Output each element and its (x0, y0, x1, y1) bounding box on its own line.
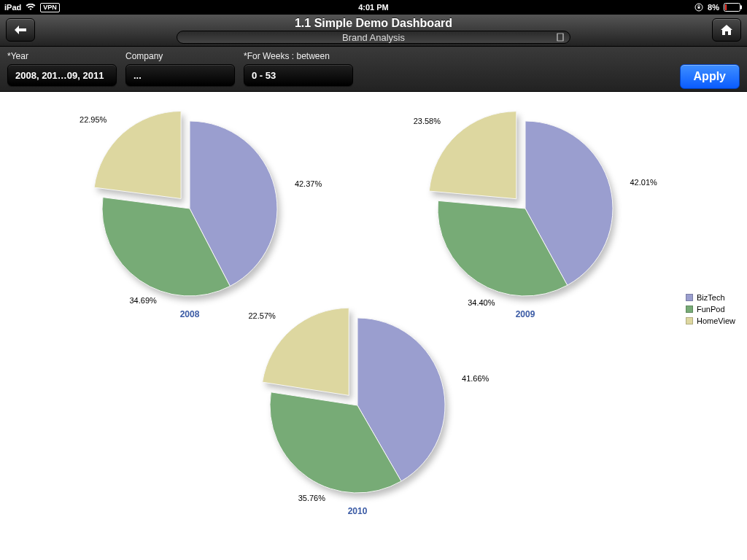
nav-header: 1.1 Simple Demo Dashboard Brand Analysis (0, 15, 747, 47)
legend-swatch-funpod (686, 306, 693, 313)
legend-item: HomeView (686, 315, 735, 327)
pie-slice-label: 35.76% (298, 494, 325, 502)
wifi-icon (26, 4, 36, 11)
pie-chart-2010: 22.57%41.66%35.76%2010 (219, 296, 496, 515)
battery-percent: 8% (708, 3, 719, 12)
svg-rect-3 (740, 6, 742, 9)
pie-slice-label: 34.69% (130, 296, 157, 305)
legend-swatch-homeview (686, 317, 693, 324)
back-button[interactable] (6, 18, 35, 42)
svg-rect-4 (725, 4, 727, 10)
status-bar: iPad VPN 4:01 PM 8% (0, 0, 747, 15)
pie-slice-label: 42.01% (630, 178, 657, 187)
back-arrow-icon (13, 24, 28, 36)
stack-icon (555, 32, 565, 45)
vpn-badge: VPN (40, 3, 60, 12)
pie-slice-label: 22.95% (80, 115, 107, 124)
chart-area: 22.95%42.37%34.69%2008 23.58%42.01%34.40… (0, 92, 747, 560)
pie-chart-2009: 23.58%42.01%34.40%2009 (387, 99, 664, 318)
page-subtitle: Brand Analysis (342, 32, 405, 43)
pie-year-label: 2010 (348, 506, 368, 516)
apply-button[interactable]: Apply (680, 64, 740, 89)
orientation-lock-icon (694, 3, 703, 12)
pie-svg (416, 99, 635, 318)
filter-bar: *Year 2008, 201…09, 2011 Company ... *Fo… (0, 47, 747, 92)
pie-slice-label: 41.66% (462, 374, 489, 383)
pie-slice-label: 23.58% (414, 117, 441, 125)
pie-slice-homeview[interactable] (263, 308, 349, 395)
legend-label: FunPod (697, 303, 725, 315)
legend-item: BizTech (686, 292, 735, 303)
battery-icon (724, 3, 743, 12)
filter-company-select[interactable]: ... (125, 64, 235, 86)
pie-svg (248, 296, 467, 515)
pie-svg (80, 99, 299, 318)
status-time: 4:01 PM (358, 3, 389, 12)
svg-rect-5 (557, 34, 563, 41)
svg-rect-1 (698, 7, 700, 9)
page-title: 1.1 Simple Demo Dashboard (177, 17, 570, 30)
pie-slice-homeview[interactable] (429, 112, 516, 199)
pie-chart-2008: 22.95%42.37%34.69%2008 (51, 99, 328, 318)
legend-label: BizTech (697, 292, 725, 303)
legend: BizTech FunPod HomeView (686, 292, 735, 327)
pie-slice-homeview[interactable] (94, 111, 181, 198)
filter-year-label: *Year (7, 51, 117, 61)
filter-year-select[interactable]: 2008, 201…09, 2011 (7, 64, 117, 86)
pie-slice-label: 22.57% (249, 311, 276, 320)
pie-year-label: 2009 (516, 309, 535, 319)
filter-weeks-label: *For Weeks : between (244, 51, 353, 61)
page-subtitle-pill[interactable]: Brand Analysis (177, 31, 570, 44)
device-label: iPad (4, 3, 21, 12)
legend-item: FunPod (686, 303, 735, 315)
legend-swatch-biztech (686, 294, 693, 301)
filter-company-label: Company (125, 51, 235, 61)
filter-weeks-select[interactable]: 0 - 53 (244, 64, 353, 86)
home-button[interactable] (712, 18, 741, 42)
pie-year-label: 2008 (180, 309, 200, 319)
pie-slice-label: 42.37% (295, 179, 322, 188)
legend-label: HomeView (697, 315, 735, 327)
home-icon (719, 23, 734, 36)
